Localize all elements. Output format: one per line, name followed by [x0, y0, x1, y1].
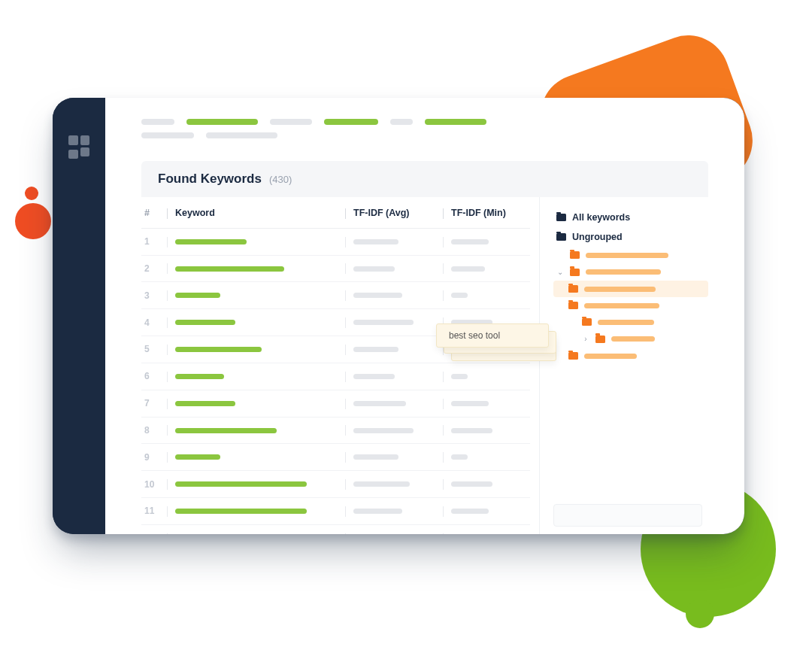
row-number: 10: [141, 471, 164, 498]
folder-item-selected[interactable]: [553, 281, 708, 297]
cell-tfidf-avg: [342, 417, 440, 444]
cell-keyword: [164, 282, 342, 309]
folder-icon: [570, 251, 580, 259]
cell-tfidf-avg: [342, 444, 440, 471]
table-row[interactable]: 8: [141, 417, 530, 444]
cell-keyword: [164, 363, 342, 390]
row-number: 8: [141, 417, 164, 444]
crumb-placeholder: [425, 119, 486, 125]
row-number: 9: [141, 444, 164, 471]
folder-item[interactable]: [553, 247, 708, 263]
table-row[interactable]: 1: [141, 228, 530, 255]
tooltip-text: best seo tool: [436, 323, 549, 348]
folder-item[interactable]: [553, 348, 708, 364]
row-number: 6: [141, 363, 164, 390]
row-number: 3: [141, 282, 164, 309]
decor-green-circle-small: [686, 600, 714, 628]
folder-icon: [556, 233, 566, 241]
cell-keyword: [164, 255, 342, 282]
cell-tfidf-avg: [342, 390, 440, 417]
folder-icon: [568, 302, 578, 309]
folder-all-keywords[interactable]: All keywords: [553, 208, 708, 227]
folder-item[interactable]: [553, 297, 708, 314]
col-tfidf-min[interactable]: TF-IDF (Min): [440, 197, 530, 228]
table-header-row: # Keyword TF-IDF (Avg) TF-IDF (Min): [141, 197, 530, 228]
cell-tfidf-min: [440, 497, 530, 524]
folder-placeholder: [584, 354, 637, 359]
chevron-down-icon[interactable]: ⌄: [556, 268, 564, 276]
row-number: 2: [141, 255, 164, 282]
table-row[interactable]: 2: [141, 255, 530, 282]
folder-icon: [570, 269, 580, 276]
row-number: 5: [141, 336, 164, 363]
table-row[interactable]: 3: [141, 282, 530, 309]
breadcrumb: [105, 98, 744, 152]
app-window: Found Keywords (430) # Keyword TF-IDF (A…: [53, 98, 744, 534]
left-sidebar: [53, 98, 105, 534]
folder-label: Ungrouped: [572, 232, 623, 242]
folders-add-input[interactable]: [553, 504, 702, 527]
col-number[interactable]: #: [141, 197, 164, 228]
folder-placeholder: [584, 303, 659, 308]
col-keyword[interactable]: Keyword: [164, 197, 342, 228]
row-number: 4: [141, 309, 164, 336]
folders-panel: All keywords Ungrouped ⌄: [539, 197, 708, 534]
crumb-placeholder: [390, 119, 413, 125]
cell-tfidf-avg: [342, 228, 440, 255]
folder-item-expandable[interactable]: ›: [553, 330, 708, 348]
row-number: 1: [141, 228, 164, 255]
folder-item[interactable]: [553, 314, 708, 330]
row-number: 7: [141, 390, 164, 417]
crumb-placeholder: [206, 132, 277, 138]
table-row[interactable]: 12: [141, 524, 530, 534]
row-number: 11: [141, 497, 164, 524]
cell-tfidf-avg: [342, 336, 440, 363]
cell-tfidf-min: [440, 228, 530, 255]
cell-keyword: [164, 524, 342, 534]
folder-icon: [582, 318, 592, 326]
folder-icon: [556, 214, 566, 221]
folder-icon: [568, 352, 578, 360]
table-row[interactable]: 9: [141, 444, 530, 471]
cell-tfidf-avg: [342, 524, 440, 534]
folder-ungrouped[interactable]: Ungrouped: [553, 227, 708, 247]
cell-tfidf-min: [440, 255, 530, 282]
folder-placeholder: [584, 287, 656, 292]
folder-placeholder: [598, 320, 654, 325]
crumb-placeholder: [141, 119, 174, 125]
folder-icon: [595, 336, 605, 343]
cell-tfidf-min: [440, 471, 530, 498]
cell-tfidf-min: [440, 444, 530, 471]
folder-placeholder: [611, 336, 655, 342]
table-row[interactable]: 10: [141, 471, 530, 498]
cell-keyword: [164, 336, 342, 363]
cell-tfidf-avg: [342, 309, 440, 336]
cell-tfidf-min: [440, 524, 530, 534]
col-tfidf-avg[interactable]: TF-IDF (Avg): [342, 197, 440, 228]
cell-keyword: [164, 228, 342, 255]
folder-placeholder: [586, 269, 661, 275]
folder-icon: [568, 285, 578, 293]
table-row[interactable]: 11: [141, 497, 530, 524]
cell-keyword: [164, 471, 342, 498]
cell-keyword: [164, 417, 342, 444]
main-panel: Found Keywords (430) # Keyword TF-IDF (A…: [105, 98, 744, 534]
keyword-tooltip: best seo tool: [436, 323, 549, 348]
decor-red-circle-small: [25, 187, 38, 200]
cell-keyword: [164, 444, 342, 471]
row-number: 12: [141, 524, 164, 534]
table-row[interactable]: 7: [141, 390, 530, 417]
folder-item-expanded[interactable]: ⌄: [553, 263, 708, 281]
cell-keyword: [164, 309, 342, 336]
chevron-right-icon[interactable]: ›: [582, 335, 589, 343]
cell-tfidf-avg: [342, 497, 440, 524]
apps-grid-icon[interactable]: [68, 135, 89, 156]
cell-tfidf-min: [440, 282, 530, 309]
crumb-placeholder: [270, 119, 312, 125]
cell-keyword: [164, 390, 342, 417]
cell-tfidf-avg: [342, 255, 440, 282]
crumb-placeholder: [186, 119, 258, 125]
table-row[interactable]: 6: [141, 363, 530, 390]
crumb-placeholder: [141, 132, 194, 138]
section-count: (430): [269, 174, 292, 185]
